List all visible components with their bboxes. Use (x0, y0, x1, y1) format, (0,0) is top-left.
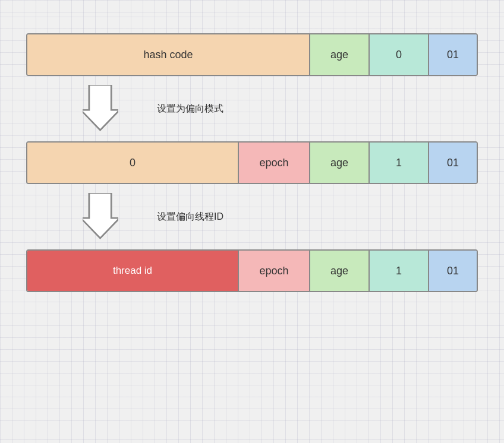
arrow-section-2: 设置偏向线程ID (26, 184, 478, 249)
arrow-label-2: 设置偏向线程ID (157, 211, 223, 223)
cell-hashcode: hash code (27, 34, 310, 75)
svg-marker-1 (83, 193, 118, 238)
arrow-label-1: 设置为偏向模式 (157, 103, 223, 115)
cell-row2-one: 1 (370, 143, 429, 183)
cell-row2-01: 01 (429, 143, 477, 183)
cell-row1-zero: 0 (370, 34, 429, 75)
cell-row2-zero: 0 (27, 143, 239, 183)
cell-row2-epoch: epoch (239, 143, 310, 183)
arrow-section-1: 设置为偏向模式 (26, 76, 478, 141)
cell-row3-one: 1 (370, 251, 429, 291)
down-arrow-2 (83, 193, 118, 241)
cell-row3-epoch: epoch (239, 251, 310, 291)
cell-row3-age: age (310, 251, 370, 291)
cell-threadid: thread id (27, 251, 239, 291)
cell-row1-age: age (310, 34, 370, 75)
row-2: 0 epoch age 1 01 (26, 141, 478, 184)
cell-row1-01: 01 (429, 34, 477, 75)
row-3: thread id epoch age 1 01 (26, 249, 478, 292)
cell-row2-age: age (310, 143, 370, 183)
down-arrow-1 (83, 85, 118, 132)
row-1: hash code age 0 01 (26, 33, 478, 76)
svg-marker-0 (83, 85, 118, 130)
page-wrapper: hash code age 0 01 设置为偏向模式 0 epoch age 1… (0, 17, 504, 431)
cell-row3-01: 01 (429, 251, 477, 291)
